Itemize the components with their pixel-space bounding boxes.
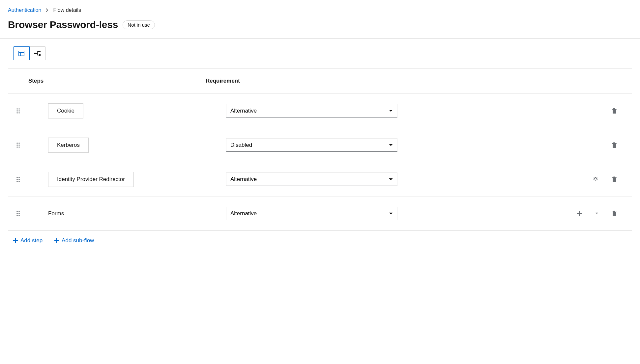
- svg-point-7: [18, 108, 20, 110]
- delete-button[interactable]: [610, 106, 619, 116]
- svg-rect-40: [613, 212, 616, 216]
- plus-icon: [13, 238, 18, 243]
- svg-rect-4: [39, 51, 41, 52]
- add-subflow-button[interactable]: Add sub-flow: [54, 237, 94, 244]
- diagram-icon: [34, 51, 41, 56]
- page-title: Browser Password-less: [8, 19, 118, 30]
- svg-point-25: [18, 177, 20, 178]
- add-button[interactable]: [575, 209, 584, 218]
- breadcrumb-parent-link[interactable]: Authentication: [8, 7, 41, 13]
- table-row: Identity Provider RedirectorRequiredAlte…: [8, 162, 632, 196]
- drag-handle-icon[interactable]: [8, 211, 28, 217]
- table-footer-actions: Add step Add sub-flow: [8, 230, 632, 250]
- svg-point-35: [18, 211, 20, 212]
- svg-point-10: [16, 112, 18, 114]
- delete-button[interactable]: [610, 174, 619, 184]
- drag-handle-icon[interactable]: [8, 108, 28, 114]
- column-header-steps: Steps: [8, 78, 206, 84]
- svg-rect-5: [39, 54, 41, 56]
- table-view-button[interactable]: [13, 46, 30, 60]
- gear-icon: [593, 176, 598, 182]
- step-label: Cookie: [48, 103, 83, 118]
- svg-point-36: [16, 213, 18, 214]
- step-label: Identity Provider Redirector: [48, 172, 134, 187]
- svg-rect-0: [19, 51, 24, 56]
- trash-icon: [612, 176, 617, 182]
- trash-icon: [612, 211, 617, 217]
- more-dropdown-button[interactable]: [593, 210, 600, 217]
- svg-point-19: [16, 146, 18, 148]
- svg-point-20: [18, 146, 20, 148]
- delete-button[interactable]: [610, 209, 619, 219]
- flow-steps-table: Steps Requirement CookieRequiredAlternat…: [8, 68, 632, 250]
- svg-point-8: [16, 110, 18, 112]
- add-subflow-label: Add sub-flow: [62, 237, 94, 244]
- svg-point-16: [18, 143, 20, 144]
- breadcrumb-current: Flow details: [53, 7, 81, 13]
- svg-point-26: [16, 179, 18, 180]
- svg-point-9: [18, 110, 20, 112]
- svg-point-24: [16, 177, 18, 178]
- svg-point-28: [16, 181, 18, 182]
- svg-point-27: [18, 179, 20, 180]
- requirement-select[interactable]: RequiredAlternativeDisabledConditional: [226, 138, 397, 152]
- svg-point-29: [18, 181, 20, 182]
- svg-point-17: [16, 144, 18, 146]
- breadcrumb: Authentication Flow details: [8, 7, 632, 13]
- plus-icon: [577, 211, 582, 216]
- add-step-button[interactable]: Add step: [13, 237, 43, 244]
- trash-icon: [612, 142, 617, 148]
- status-badge: Not in use: [123, 20, 155, 29]
- svg-point-34: [16, 211, 18, 212]
- svg-point-15: [16, 143, 18, 144]
- svg-point-30: [595, 178, 596, 180]
- requirement-select[interactable]: RequiredAlternativeDisabledConditional: [226, 172, 397, 186]
- step-label: Kerberos: [48, 138, 89, 153]
- svg-point-11: [18, 112, 20, 114]
- caret-down-icon: [595, 212, 598, 215]
- table-row: CookieRequiredAlternativeDisabledConditi…: [8, 93, 632, 128]
- svg-rect-21: [613, 143, 616, 148]
- drag-handle-icon[interactable]: [8, 176, 28, 182]
- drag-handle-icon[interactable]: [8, 142, 28, 148]
- table-header-row: Steps Requirement: [8, 68, 632, 93]
- requirement-select[interactable]: RequiredAlternativeDisabledConditional: [226, 104, 397, 117]
- column-header-requirement: Requirement: [206, 78, 384, 84]
- svg-point-39: [18, 215, 20, 216]
- svg-rect-14: [613, 108, 615, 109]
- svg-point-18: [18, 144, 20, 146]
- svg-rect-33: [613, 176, 615, 177]
- svg-point-6: [16, 108, 18, 110]
- svg-point-38: [16, 215, 18, 216]
- view-toggle: [13, 46, 46, 60]
- svg-rect-31: [613, 178, 616, 182]
- add-step-label: Add step: [20, 237, 43, 244]
- table-row: KerberosRequiredAlternativeDisabledCondi…: [8, 128, 632, 162]
- table-icon: [18, 51, 24, 56]
- requirement-select[interactable]: RequiredAlternativeDisabledConditional: [226, 207, 397, 220]
- settings-button[interactable]: [591, 174, 600, 184]
- plus-icon: [54, 238, 59, 243]
- table-row: FormsRequiredAlternativeDisabledConditio…: [8, 196, 632, 230]
- diagram-view-button[interactable]: [29, 46, 46, 60]
- step-label: Forms: [28, 210, 64, 217]
- svg-rect-42: [613, 211, 615, 212]
- svg-rect-3: [34, 53, 36, 54]
- chevron-right-icon: [46, 8, 48, 12]
- svg-rect-12: [613, 109, 616, 114]
- delete-button[interactable]: [610, 140, 619, 150]
- trash-icon: [612, 108, 617, 114]
- svg-point-37: [18, 213, 20, 214]
- svg-rect-23: [613, 142, 615, 143]
